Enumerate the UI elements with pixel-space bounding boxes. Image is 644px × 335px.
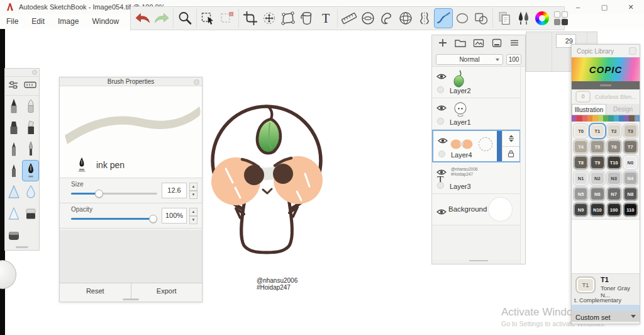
brush-smudge[interactable] bbox=[5, 203, 22, 224]
brush-library-icon[interactable] bbox=[514, 8, 533, 28]
copic-swatch-N9[interactable]: N9 bbox=[574, 203, 588, 217]
copic-swatch-N6[interactable]: N6 bbox=[590, 187, 604, 201]
copic-swatch-N10[interactable]: N10 bbox=[590, 203, 604, 217]
copic-swatch-T8[interactable]: T8 bbox=[574, 156, 588, 169]
brush-chisel-marker[interactable] bbox=[22, 117, 39, 139]
fill-icon[interactable] bbox=[297, 8, 316, 28]
brush-eraser-pen[interactable] bbox=[22, 96, 39, 117]
copic-family-swatch[interactable] bbox=[614, 115, 619, 122]
palette-resize-handle[interactable] bbox=[16, 246, 28, 248]
copic-swatch-T10[interactable]: T10 bbox=[607, 156, 621, 169]
copic-swatch-N7[interactable]: N7 bbox=[607, 187, 621, 201]
size-slider-knob[interactable] bbox=[95, 190, 103, 198]
brush-palette-titlebar[interactable] bbox=[5, 69, 39, 77]
copic-swatch-T4[interactable]: T4 bbox=[574, 140, 588, 154]
colorless-blender-row[interactable]: 0 Colorless Blen... bbox=[572, 89, 640, 104]
maximize-button[interactable]: ▢ bbox=[591, 0, 618, 14]
copic-close-icon[interactable] bbox=[629, 47, 636, 55]
layer-row-background[interactable]: Background bbox=[432, 194, 521, 225]
menu-item-image[interactable]: Image bbox=[58, 17, 79, 26]
layer-group-icon[interactable] bbox=[454, 37, 467, 51]
brush-settings-icon[interactable] bbox=[7, 79, 19, 94]
copic-collapse-strip[interactable] bbox=[572, 81, 640, 89]
copic-family-swatch[interactable] bbox=[629, 115, 634, 122]
copic-family-swatch[interactable] bbox=[582, 115, 587, 122]
menu-item-window[interactable]: Window bbox=[92, 17, 119, 26]
copic-family-swatch[interactable] bbox=[624, 115, 629, 122]
perspective-icon[interactable] bbox=[396, 8, 415, 28]
copic-swatch-N2[interactable]: N2 bbox=[590, 171, 604, 185]
deselect-icon[interactable] bbox=[218, 8, 236, 28]
redo-icon[interactable] bbox=[152, 8, 171, 28]
color-wheel-icon[interactable] bbox=[533, 8, 552, 28]
copic-swatch-T3[interactable]: T3 bbox=[623, 124, 638, 138]
symmetry-icon[interactable] bbox=[415, 8, 434, 28]
layer-row-layer2[interactable]: Layer2 bbox=[432, 67, 521, 98]
layer-lock-icon[interactable] bbox=[502, 147, 519, 162]
brush-properties-titlebar[interactable]: Brush Properties bbox=[60, 77, 202, 86]
copic-swatch-T6[interactable]: T6 bbox=[607, 140, 621, 154]
layer-row-layer1[interactable]: Layer1 bbox=[432, 98, 521, 130]
lagoon-puck[interactable] bbox=[0, 260, 16, 289]
size-spin-down-icon[interactable]: ▼ bbox=[189, 191, 197, 199]
opacity-value[interactable]: 100% bbox=[162, 208, 187, 224]
size-value[interactable]: 12.6 bbox=[162, 183, 187, 198]
copic-family-swatch[interactable] bbox=[587, 115, 592, 122]
copic-family-swatch[interactable] bbox=[619, 115, 624, 122]
brush-properties-resize-handle[interactable] bbox=[123, 298, 139, 300]
brush-properties-close-icon[interactable] bbox=[194, 79, 199, 85]
ellipse-icon[interactable] bbox=[453, 8, 472, 28]
copic-collapse-handle[interactable] bbox=[600, 84, 611, 86]
brush-pencil[interactable] bbox=[5, 96, 22, 117]
layer-visibility-icon[interactable] bbox=[436, 71, 447, 82]
brush-airbrush[interactable] bbox=[5, 181, 22, 203]
palette-close-icon[interactable] bbox=[32, 70, 37, 75]
size-spin-up-icon[interactable]: ▲ bbox=[189, 183, 197, 191]
opacity-spinner[interactable]: ▲▼ bbox=[189, 208, 197, 224]
layer-lock-toggle[interactable] bbox=[438, 150, 445, 157]
layers-scrollbar[interactable] bbox=[520, 67, 525, 264]
layer-row-layer3[interactable]: T @nhansu2006 #Hoidap247 Layer3 bbox=[432, 162, 521, 194]
copic-swatch-T9[interactable]: T9 bbox=[590, 156, 604, 169]
menu-item-edit[interactable]: Edit bbox=[31, 17, 45, 26]
copic-swatch-100[interactable]: 100 bbox=[607, 203, 621, 217]
copic-swatch-110[interactable]: 110 bbox=[623, 203, 638, 217]
layer-lock-toggle[interactable] bbox=[437, 86, 444, 93]
brush-marker[interactable] bbox=[5, 117, 22, 139]
french-curve-icon[interactable] bbox=[377, 8, 396, 28]
copic-swatch-N0[interactable]: N0 bbox=[623, 156, 638, 169]
reset-button[interactable]: Reset bbox=[60, 283, 131, 299]
copic-family-swatch[interactable] bbox=[592, 115, 597, 122]
copic-swatch-N3[interactable]: N3 bbox=[607, 171, 621, 185]
shapes-icon[interactable] bbox=[472, 8, 491, 28]
layer-visibility-icon[interactable] bbox=[438, 135, 448, 147]
copic-family-swatch[interactable] bbox=[572, 115, 577, 122]
layer-row-layer4-selected[interactable]: Layer4 bbox=[432, 130, 521, 162]
layer-opacity-value[interactable]: 100 bbox=[506, 54, 521, 65]
brush-eraser-hard[interactable] bbox=[22, 203, 39, 224]
ruler-icon[interactable] bbox=[340, 8, 358, 28]
brush-water-drop[interactable] bbox=[22, 181, 39, 203]
copic-swatch-T1[interactable]: T1 bbox=[590, 124, 604, 138]
menu-item-file[interactable]: File bbox=[6, 17, 18, 26]
layer-blend-icon[interactable] bbox=[502, 131, 519, 147]
layer-lock-toggle[interactable] bbox=[437, 118, 444, 125]
brush-ink-pen[interactable] bbox=[22, 160, 39, 181]
add-layer-icon[interactable] bbox=[437, 37, 448, 51]
tab-design[interactable]: Design bbox=[606, 104, 640, 115]
undo-icon[interactable] bbox=[133, 8, 152, 28]
copic-swatch-N4[interactable]: N4 bbox=[623, 171, 638, 185]
layer-visibility-icon[interactable] bbox=[436, 207, 447, 218]
layer-visibility-icon[interactable] bbox=[436, 103, 447, 114]
size-slider[interactable] bbox=[71, 193, 157, 195]
copic-swatch-T5[interactable]: T5 bbox=[590, 140, 604, 154]
close-button[interactable]: ✕ bbox=[618, 0, 644, 14]
opacity-spin-up-icon[interactable]: ▲ bbox=[189, 208, 197, 216]
nudge-icon[interactable] bbox=[260, 8, 279, 28]
transform-icon[interactable] bbox=[279, 8, 297, 28]
layers-menu-icon[interactable] bbox=[509, 37, 520, 51]
brush-eraser-soft[interactable] bbox=[5, 224, 22, 246]
layer-save-icon[interactable] bbox=[491, 37, 503, 51]
steady-stroke-icon[interactable] bbox=[434, 8, 453, 28]
zoom-icon[interactable] bbox=[175, 8, 194, 28]
